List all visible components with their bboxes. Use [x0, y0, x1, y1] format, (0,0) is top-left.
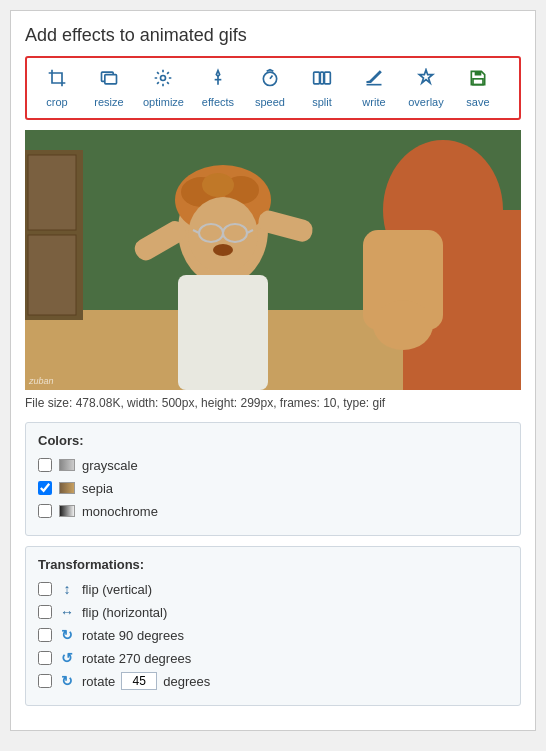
toolbar-btn-effects[interactable]: effects	[192, 64, 244, 112]
colors-title: Colors:	[38, 433, 508, 448]
rotate-90-icon: ↻	[58, 626, 76, 644]
rotate-custom-label-suffix: degrees	[163, 674, 210, 689]
toolbar-btn-overlay[interactable]: overlay	[400, 64, 452, 112]
rotate-90-checkbox[interactable]	[38, 628, 52, 642]
svg-point-36	[373, 300, 433, 350]
crop-icon	[45, 68, 69, 94]
flip-horizontal-checkbox[interactable]	[38, 605, 52, 619]
svg-point-22	[202, 173, 234, 197]
resize-icon	[97, 68, 121, 94]
flip-vertical-label: flip (vertical)	[82, 582, 152, 597]
effects-icon	[206, 68, 230, 94]
option-row-rotate-90: ↻ rotate 90 degrees	[38, 626, 508, 644]
flip-vertical-checkbox[interactable]	[38, 582, 52, 596]
svg-rect-6	[314, 72, 320, 84]
toolbar-btn-speed[interactable]: speed	[244, 64, 296, 112]
toolbar-btn-write-label: write	[362, 96, 385, 108]
save-icon	[466, 68, 490, 94]
svg-rect-10	[475, 71, 482, 75]
page-title: Add effects to animated gifs	[25, 25, 521, 46]
grayscale-checkbox[interactable]	[38, 458, 52, 472]
option-row-grayscale: grayscale	[38, 456, 508, 474]
option-row-rotate-270: ↺ rotate 270 degrees	[38, 649, 508, 667]
rotate-custom-label-prefix: rotate	[82, 674, 115, 689]
rotate-custom-icon: ↻	[58, 672, 76, 690]
rotate-degrees-input[interactable]	[121, 672, 157, 690]
toolbar-btn-split[interactable]: split	[296, 64, 348, 112]
transformations-title: Transformations:	[38, 557, 508, 572]
svg-rect-7	[320, 72, 323, 84]
svg-rect-16	[28, 155, 76, 230]
file-info: File size: 478.08K, width: 500px, height…	[25, 396, 521, 410]
toolbar-btn-optimize-label: optimize	[143, 96, 184, 108]
grayscale-icon	[58, 456, 76, 474]
write-icon	[362, 68, 386, 94]
toolbar: crop resize optimize	[25, 56, 521, 120]
optimize-icon	[151, 68, 175, 94]
rotate-270-label: rotate 270 degrees	[82, 651, 191, 666]
toolbar-btn-save-label: save	[466, 96, 489, 108]
sepia-label: sepia	[82, 481, 113, 496]
toolbar-btn-optimize[interactable]: optimize	[135, 64, 192, 112]
flip-horizontal-icon: ↔	[58, 603, 76, 621]
rotate-270-checkbox[interactable]	[38, 651, 52, 665]
toolbar-btn-resize-label: resize	[94, 96, 123, 108]
colors-section: Colors: grayscale sepia monochrome	[25, 422, 521, 536]
monochrome-icon	[58, 502, 76, 520]
toolbar-btn-crop-label: crop	[46, 96, 67, 108]
rotate-270-icon: ↺	[58, 649, 76, 667]
gif-image: zuban	[25, 130, 521, 390]
toolbar-btn-crop[interactable]: crop	[31, 64, 83, 112]
sepia-icon	[58, 479, 76, 497]
toolbar-btn-effects-label: effects	[202, 96, 234, 108]
split-icon	[310, 68, 334, 94]
toolbar-btn-split-label: split	[312, 96, 332, 108]
toolbar-btn-resize[interactable]: resize	[83, 64, 135, 112]
monochrome-label: monochrome	[82, 504, 158, 519]
rotate-90-label: rotate 90 degrees	[82, 628, 184, 643]
svg-point-2	[161, 76, 166, 81]
toolbar-btn-speed-label: speed	[255, 96, 285, 108]
option-row-rotate-custom: ↻ rotate degrees	[38, 672, 508, 690]
grayscale-label: grayscale	[82, 458, 138, 473]
rotate-custom-checkbox[interactable]	[38, 674, 52, 688]
svg-rect-11	[473, 79, 483, 85]
toolbar-btn-write[interactable]: write	[348, 64, 400, 112]
speed-icon	[258, 68, 282, 94]
option-row-flip-vertical: ↕ flip (vertical)	[38, 580, 508, 598]
transformations-section: Transformations: ↕ flip (vertical) ↔ fli…	[25, 546, 521, 706]
svg-rect-8	[324, 72, 330, 84]
flip-horizontal-label: flip (horizontal)	[82, 605, 167, 620]
monochrome-checkbox[interactable]	[38, 504, 52, 518]
page-container: Add effects to animated gifs crop resize	[10, 10, 536, 731]
toolbar-btn-save[interactable]: save	[452, 64, 504, 112]
svg-point-29	[213, 244, 233, 256]
option-row-flip-horizontal: ↔ flip (horizontal)	[38, 603, 508, 621]
svg-rect-17	[28, 235, 76, 315]
option-row-sepia: sepia	[38, 479, 508, 497]
svg-rect-1	[105, 75, 117, 84]
gif-preview: zuban	[25, 130, 521, 390]
watermark: zuban	[29, 376, 54, 386]
toolbar-btn-overlay-label: overlay	[408, 96, 443, 108]
option-row-monochrome: monochrome	[38, 502, 508, 520]
overlay-icon	[414, 68, 438, 94]
sepia-checkbox[interactable]	[38, 481, 52, 495]
flip-vertical-icon: ↕	[58, 580, 76, 598]
svg-rect-30	[178, 275, 268, 390]
